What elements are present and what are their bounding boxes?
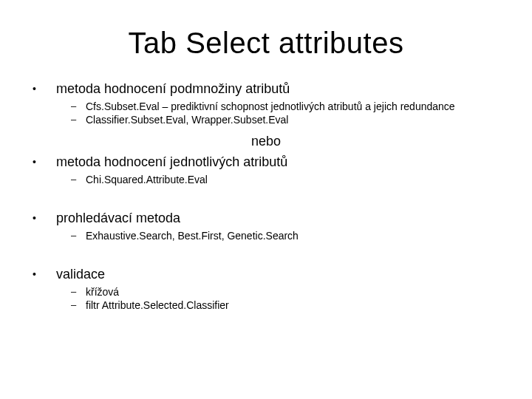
sub-text: filtr Attribute.Selected.Classifier: [86, 299, 229, 312]
sub-text: Exhaustive.Search, Best.First, Genetic.S…: [86, 229, 299, 242]
slide: Tab Select attributes • metoda hodnocení…: [0, 27, 532, 399]
dash-icon: –: [71, 173, 86, 186]
dash-icon: –: [71, 113, 86, 126]
slide-content: • metoda hodnocení podmnožiny atributů –…: [0, 81, 532, 312]
sub-list: – křížová – filtr Attribute.Selected.Cla…: [71, 285, 502, 312]
sub-text: Chi.Squared.Attribute.Eval: [86, 173, 208, 186]
sub-item: – Classifier.Subset.Eval, Wrapper.Subset…: [71, 113, 502, 126]
sub-item: – křížová: [71, 285, 502, 299]
bullet-text: metoda hodnocení podmnožiny atributů: [56, 81, 290, 97]
dash-icon: –: [71, 285, 86, 299]
sub-text: křížová: [86, 285, 119, 299]
sub-list: – Exhaustive.Search, Best.First, Genetic…: [71, 229, 502, 242]
slide-title: Tab Select attributes: [0, 27, 532, 60]
sub-item: – Exhaustive.Search, Best.First, Genetic…: [71, 229, 502, 242]
bullet-text: prohledávací metoda: [56, 210, 180, 226]
sub-text: Classifier.Subset.Eval, Wrapper.Subset.E…: [86, 113, 288, 126]
bullet-item: • validace: [30, 266, 502, 282]
sub-item: – filtr Attribute.Selected.Classifier: [71, 299, 502, 312]
sub-item: – Cfs.Subset.Eval – prediktivní schopnos…: [71, 100, 502, 113]
bullet-item: • prohledávací metoda: [30, 210, 502, 226]
dash-icon: –: [71, 299, 86, 312]
sub-list: – Cfs.Subset.Eval – prediktivní schopnos…: [71, 100, 502, 126]
bullet-item: • metoda hodnocení jednotlivých atributů: [30, 154, 502, 170]
bullet-dot-icon: •: [30, 154, 56, 170]
nebo-label: nebo: [30, 134, 502, 149]
bullet-item: • metoda hodnocení podmnožiny atributů: [30, 81, 502, 97]
sub-list: – Chi.Squared.Attribute.Eval: [71, 173, 502, 186]
sub-text: Cfs.Subset.Eval – prediktivní schopnost …: [86, 100, 455, 113]
bullet-dot-icon: •: [30, 81, 56, 97]
sub-item: – Chi.Squared.Attribute.Eval: [71, 173, 502, 186]
dash-icon: –: [71, 100, 86, 113]
bullet-text: metoda hodnocení jednotlivých atributů: [56, 154, 287, 170]
bullet-dot-icon: •: [30, 210, 56, 226]
dash-icon: –: [71, 229, 86, 242]
bullet-dot-icon: •: [30, 266, 56, 282]
bullet-text: validace: [56, 266, 105, 282]
